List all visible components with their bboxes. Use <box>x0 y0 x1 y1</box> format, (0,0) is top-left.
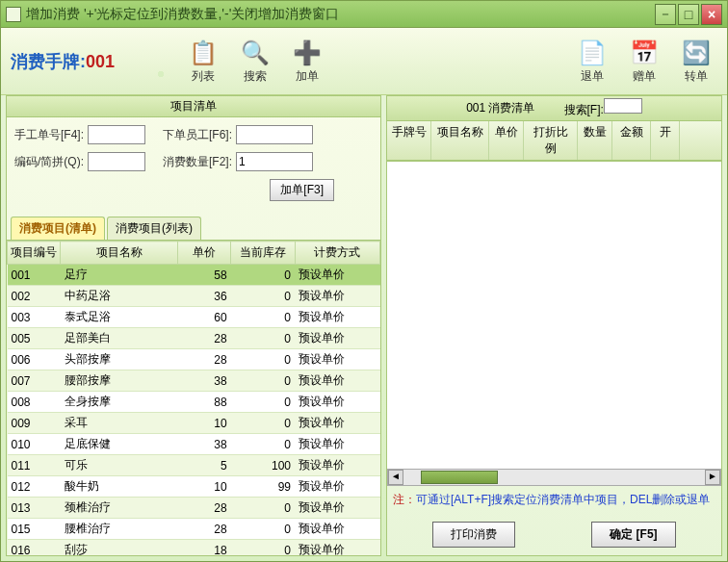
consumption-grid[interactable] <box>387 161 721 469</box>
tag-label: 消费手牌:001 <box>11 50 115 73</box>
item-grid[interactable]: 项目编号项目名称单价当前库存计费方式 001足疗580预设单价002中药足浴36… <box>7 240 380 555</box>
qty-input[interactable] <box>236 152 313 171</box>
list-button-icon: 📋 <box>188 38 219 68</box>
table-row[interactable]: 013颈椎治疗280预设单价 <box>8 498 380 519</box>
table-row[interactable]: 007腰部按摩380预设单价 <box>8 370 380 392</box>
table-row[interactable]: 010足底保健380预设单价 <box>8 434 380 455</box>
cancel-order-button-icon: 📄 <box>577 38 608 68</box>
left-panel-title: 项目清单 <box>7 96 380 117</box>
table-row[interactable]: 001足疗580预设单价 <box>8 265 380 286</box>
transfer-order-button-icon: 🔄 <box>681 38 712 68</box>
manual-order-input[interactable] <box>88 125 145 144</box>
col-header[interactable]: 项目编号 <box>8 242 61 265</box>
col-header[interactable]: 计费方式 <box>295 242 379 265</box>
gift-order-button-icon: 📅 <box>629 38 660 68</box>
search-button-icon: 🔍 <box>240 38 271 68</box>
right-panel-title: 001 消费清单 搜索[F]: <box>387 96 721 121</box>
search-button[interactable]: 🔍搜索 <box>234 36 276 87</box>
employee-input[interactable] <box>236 125 313 144</box>
col-header[interactable]: 数量 <box>578 121 612 160</box>
close-button[interactable]: × <box>701 4 722 25</box>
confirm-button[interactable]: 确定 [F5] <box>591 522 675 548</box>
tab-消费项目(清单)[interactable]: 消费项目(清单) <box>11 217 105 240</box>
gift-order-button[interactable]: 📅赠单 <box>623 36 665 87</box>
table-row[interactable]: 003泰式足浴600预设单价 <box>8 307 380 328</box>
table-row[interactable]: 005足部美白280预设单价 <box>8 328 380 349</box>
titlebar: 增加消费 '+'光标定位到消费数量,'-'关闭增加消费窗口 － □ × <box>1 1 727 28</box>
window-title: 增加消费 '+'光标定位到消费数量,'-'关闭增加消费窗口 <box>26 6 655 23</box>
scroll-left-icon[interactable]: ◄ <box>388 470 403 485</box>
add-order-button[interactable]: ➕加单 <box>286 36 328 87</box>
table-row[interactable]: 002中药足浴360预设单价 <box>8 286 380 307</box>
maximize-button[interactable]: □ <box>678 4 699 25</box>
app-window: 增加消费 '+'光标定位到消费数量,'-'关闭增加消费窗口 － □ × 消费手牌… <box>0 0 728 562</box>
table-row[interactable]: 012酸牛奶1099预设单价 <box>8 476 380 498</box>
add-order-form-button[interactable]: 加单[F3] <box>270 179 334 201</box>
table-row[interactable]: 008全身按摩880预设单价 <box>8 392 380 413</box>
scroll-right-icon[interactable]: ► <box>705 470 720 485</box>
horizontal-scrollbar[interactable]: ◄ ► <box>387 469 721 486</box>
table-row[interactable]: 006头部按摩280预设单价 <box>8 349 380 370</box>
cancel-order-button[interactable]: 📄退单 <box>571 36 613 87</box>
col-header[interactable]: 开 <box>651 121 680 160</box>
tab-消费项目(列表)[interactable]: 消费项目(列表) <box>107 217 201 240</box>
toolbar: 消费手牌:001 📋列表🔍搜索➕加单 📄退单📅赠单🔄转单 <box>1 28 727 95</box>
col-header[interactable]: 项目名称 <box>431 121 489 160</box>
search-input[interactable] <box>604 98 642 114</box>
col-header[interactable]: 打折比例 <box>524 121 578 160</box>
col-header[interactable]: 金额 <box>612 121 651 160</box>
item-list-panel: 项目清单 手工单号[F4]: 下单员工[F6]: 编码/简拼(Q): 消费数量[… <box>6 95 381 556</box>
manual-order-label: 手工单号[F4]: <box>14 127 84 143</box>
app-icon <box>6 7 21 22</box>
transfer-order-button[interactable]: 🔄转单 <box>675 36 717 87</box>
code-input[interactable] <box>88 152 145 171</box>
hint-text: 注：可通过[ALT+F]搜索定位消费清单中项目，DEL删除或退单 <box>387 486 721 514</box>
table-row[interactable]: 009采耳100预设单价 <box>8 413 380 434</box>
employee-label: 下单员工[F6]: <box>163 127 232 143</box>
col-header[interactable]: 项目名称 <box>61 242 178 265</box>
table-row[interactable]: 011可乐5100预设单价 <box>8 455 380 476</box>
print-button[interactable]: 打印消费 <box>432 522 515 548</box>
consumption-panel: 001 消费清单 搜索[F]: 手牌号项目名称单价打折比例数量金额开 ◄ ► 注… <box>386 95 722 556</box>
table-row[interactable]: 016刮莎180预设单价 <box>8 540 380 556</box>
list-button[interactable]: 📋列表 <box>182 36 224 87</box>
add-order-button-icon: ➕ <box>292 38 323 68</box>
col-header[interactable]: 手牌号 <box>387 121 431 160</box>
qty-label: 消费数量[F2]: <box>163 154 232 170</box>
col-header[interactable]: 单价 <box>177 242 230 265</box>
table-row[interactable]: 015腰椎治疗280预设单价 <box>8 519 380 540</box>
col-header[interactable]: 当前库存 <box>231 242 295 265</box>
scroll-thumb[interactable] <box>421 471 498 484</box>
code-label: 编码/简拼(Q): <box>14 154 84 170</box>
col-header[interactable]: 单价 <box>489 121 524 160</box>
minimize-button[interactable]: － <box>655 4 676 25</box>
right-grid-header: 手牌号项目名称单价打折比例数量金额开 <box>387 121 721 161</box>
